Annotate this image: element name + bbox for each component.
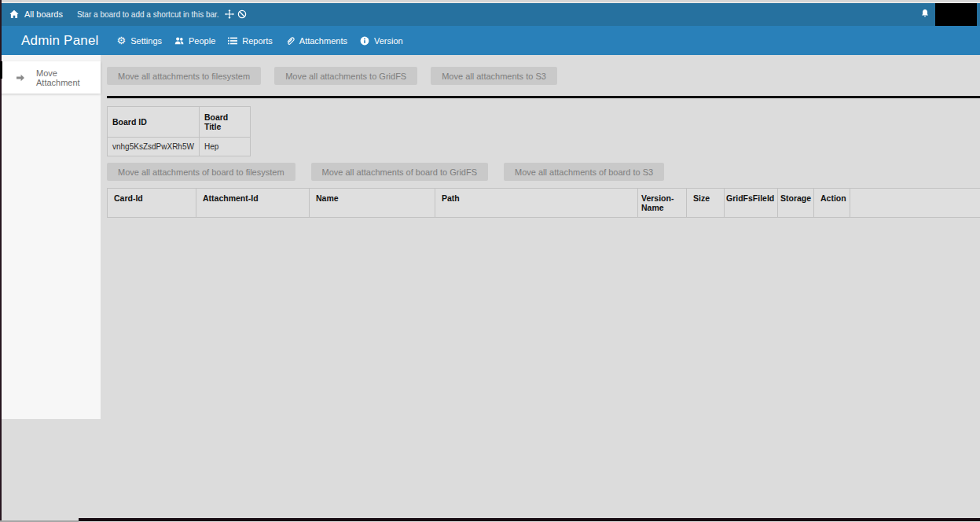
global-actions-row: Move all attachments to filesystemMove a…: [107, 67, 980, 85]
column-header-name: Name: [310, 189, 435, 218]
topbar: All boards Star a board to add a shortcu…: [0, 2, 980, 26]
move-all-attachments-to-s3-button[interactable]: Move all attachments to S3: [431, 67, 557, 85]
column-header-attachment-id: Attachment-Id: [196, 189, 310, 218]
star-board-hint: Star a board to add a shortcut in this b…: [77, 10, 219, 19]
sidebar-item-move-attachment[interactable]: Move Attachment: [0, 61, 101, 94]
column-header-path: Path: [435, 189, 638, 218]
nav-item-label: Reports: [242, 36, 273, 46]
move-all-attachments-of-board-to-filesystem-button[interactable]: Move all attachments of board to filesys…: [107, 163, 295, 181]
column-header-size: Size: [687, 189, 725, 218]
section-divider: [107, 96, 980, 98]
page-title: Admin Panel: [21, 33, 99, 49]
column-header-storage: Storage: [778, 189, 814, 218]
wekan-admin-panel-screen: All boards Star a board to add a shortcu…: [0, 0, 980, 522]
user-menu-redacted[interactable]: [935, 3, 977, 26]
nav-item-label: Attachments: [299, 36, 347, 46]
sidebar: Move Attachment: [0, 55, 101, 419]
nav-item-settings[interactable]: ⚙Settings: [117, 35, 162, 46]
screenshot-top-edge: [0, 0, 980, 3]
move-all-attachments-to-gridfs-button[interactable]: Move all attachments to GridFS: [274, 67, 417, 85]
arrow-right-icon: [16, 73, 25, 83]
nav-item-reports[interactable]: Reports: [228, 36, 273, 46]
attachments-table-header-row: Card-IdAttachment-IdNamePathVersion-Name…: [108, 189, 980, 218]
column-header-card-id: Card-Id: [108, 189, 196, 218]
board-id-cell: vnhg5KsZsdPwXRh5W: [108, 138, 200, 156]
nav-item-version[interactable]: Version: [360, 36, 403, 46]
all-boards-link[interactable]: All boards: [9, 9, 63, 19]
nav-item-attachments[interactable]: Attachments: [285, 36, 347, 46]
sidebar-item-label: Move Attachment: [36, 68, 101, 87]
screenshot-left-notch: [0, 61, 2, 79]
screenshot-bottom-edge: [79, 518, 980, 521]
all-boards-label: All boards: [24, 9, 63, 19]
nav-item-label: People: [189, 36, 215, 46]
gear-icon: ⚙: [117, 35, 127, 46]
table-row: vnhg5KsZsdPwXRh5W Hep: [108, 138, 251, 156]
column-header-version-name: Version-Name: [638, 189, 687, 218]
move-all-attachments-to-filesystem-button[interactable]: Move all attachments to filesystem: [107, 67, 261, 85]
board-actions-row: Move all attachments of board to filesys…: [107, 163, 980, 181]
board-table: Board ID Board Title vnhg5KsZsdPwXRh5W H…: [107, 106, 251, 156]
column-header-gridfsfileid: GridFsFileId: [725, 189, 778, 218]
nav-item-people[interactable]: People: [174, 36, 215, 46]
arrows-move-icon[interactable]: [225, 9, 234, 19]
column-header-action: Action: [814, 189, 850, 218]
board-title-header: Board Title: [199, 107, 250, 138]
nav-item-label: Version: [374, 36, 403, 46]
paperclip-icon: [285, 36, 295, 46]
column-header-actions: [850, 189, 980, 218]
ban-icon[interactable]: [237, 9, 247, 19]
nav-item-label: Settings: [130, 36, 162, 46]
move-all-attachments-of-board-to-s3-button[interactable]: Move all attachments of board to S3: [504, 163, 664, 181]
list-icon: [228, 36, 237, 46]
move-attachment-panel: Move all attachments to filesystemMove a…: [107, 55, 980, 218]
notifications-bell-icon[interactable]: [920, 9, 930, 18]
move-all-attachments-of-board-to-gridfs-button[interactable]: Move all attachments of board to GridFS: [311, 163, 488, 181]
content-area: Move Attachment Move all attachments to …: [0, 55, 980, 522]
info-icon: [360, 36, 369, 46]
users-icon: [174, 36, 184, 46]
admin-navbar: Admin Panel ⚙SettingsPeopleReportsAttach…: [0, 26, 980, 55]
home-icon: [9, 9, 19, 19]
board-title-cell: Hep: [199, 138, 250, 156]
board-id-header: Board ID: [108, 107, 200, 138]
attachments-table: Card-IdAttachment-IdNamePathVersion-Name…: [107, 188, 980, 218]
admin-nav: ⚙SettingsPeopleReportsAttachmentsVersion: [117, 35, 403, 46]
